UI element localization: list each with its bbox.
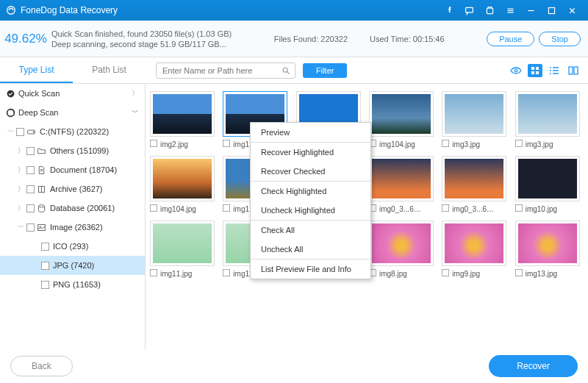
ctx-uncheck-all[interactable]: Uncheck All (251, 240, 370, 259)
thumb-image[interactable] (369, 156, 434, 201)
ctx-check-all[interactable]: Check All (251, 221, 370, 240)
file-thumb[interactable]: img3.jpg (442, 91, 510, 148)
thumb-image[interactable] (442, 91, 506, 137)
checkbox-icon[interactable] (150, 269, 157, 276)
checkbox-icon[interactable] (515, 269, 523, 276)
tab-type-list[interactable]: Type List (0, 57, 73, 83)
checkbox-icon[interactable] (26, 204, 35, 212)
checkbox-icon[interactable] (41, 262, 49, 270)
sidebar-png[interactable]: PNG (11653) (0, 275, 145, 294)
svg-rect-11 (574, 67, 578, 74)
file-thumb[interactable]: img8.jpg (369, 221, 437, 278)
file-grid: img2.jpg img1.jpg img1.jpg img104.jpg im… (146, 84, 588, 349)
pause-button[interactable]: Pause (487, 32, 534, 46)
checkbox-icon[interactable] (442, 204, 449, 212)
svg-rect-21 (26, 204, 34, 212)
checkbox-icon[interactable] (26, 185, 35, 193)
sidebar-document[interactable]: 〉 Document (18704) (0, 160, 145, 179)
file-thumb[interactable]: img10.jpg (515, 156, 584, 213)
checkbox-icon[interactable] (223, 204, 230, 212)
file-name: img8.jpg (379, 270, 407, 278)
sidebar-quick-scan[interactable]: Quick Scan 〉 (0, 84, 145, 103)
svg-rect-19 (26, 185, 34, 193)
file-thumb[interactable]: img11.jpg (150, 221, 218, 278)
ctx-check-highlighted[interactable]: Check Highlighted (251, 182, 370, 201)
file-thumb[interactable]: img13.jpg (515, 221, 584, 278)
maximize-icon[interactable] (541, 0, 562, 21)
thumb-image[interactable] (515, 221, 580, 266)
file-thumb[interactable]: img9.jpg (442, 221, 510, 278)
sidebar-others[interactable]: 〉 Others (151099) (0, 141, 145, 160)
preview-toggle-icon[interactable] (509, 64, 523, 77)
thumb-image[interactable] (515, 91, 580, 137)
file-thumb[interactable]: img0_3...60.jpg (442, 156, 510, 213)
svg-point-22 (38, 204, 44, 207)
svg-rect-42 (223, 269, 230, 276)
checkbox-icon[interactable] (26, 147, 35, 155)
checkbox-icon[interactable] (515, 204, 523, 212)
filter-button[interactable]: Filter (303, 63, 347, 78)
grid-view-icon[interactable] (528, 64, 542, 77)
thumb-image[interactable] (442, 221, 506, 266)
ctx-list-info[interactable]: List Preview File and Info (251, 259, 370, 279)
document-icon (37, 165, 46, 175)
detail-view-icon[interactable] (566, 64, 581, 77)
file-thumb[interactable]: img2.jpg (150, 91, 218, 148)
facebook-icon[interactable] (438, 0, 459, 21)
file-thumb[interactable]: img3.jpg (515, 91, 584, 148)
checkbox-icon[interactable] (442, 140, 449, 147)
footer: Back Recover (0, 349, 588, 383)
sidebar-archive[interactable]: 〉 Archive (3627) (0, 179, 145, 198)
search-input-wrap[interactable] (156, 62, 295, 79)
checkbox-icon[interactable] (41, 281, 49, 289)
minimize-icon[interactable] (520, 0, 541, 21)
ctx-uncheck-highlighted[interactable]: Uncheck Highlighted (251, 201, 370, 220)
svg-rect-28 (41, 281, 49, 288)
feedback-icon[interactable] (459, 0, 479, 21)
checkbox-icon[interactable] (515, 140, 523, 147)
ctx-recover-checked[interactable]: Recover Checked (251, 162, 370, 181)
search-input[interactable] (161, 65, 282, 76)
thumb-image[interactable] (150, 221, 215, 266)
thumb-image[interactable] (369, 221, 434, 266)
thumb-image[interactable] (442, 156, 506, 201)
close-icon[interactable] (562, 0, 582, 21)
file-thumb[interactable]: img104.jpg (150, 156, 218, 213)
svg-rect-41 (150, 269, 157, 276)
file-name: img0_3...60.jpg (452, 205, 498, 213)
checkbox-icon[interactable] (223, 140, 230, 147)
sidebar-drive[interactable]: ﹀ C:(NTFS) (220322) (0, 122, 145, 141)
list-view-icon[interactable] (547, 64, 562, 77)
checkbox-icon[interactable] (223, 269, 230, 276)
thumb-image[interactable] (369, 91, 434, 137)
file-name: img3.jpg (526, 140, 553, 148)
checkbox-icon[interactable] (442, 269, 449, 276)
stop-button[interactable]: Stop (539, 32, 581, 46)
tab-path-list[interactable]: Path List (73, 57, 146, 83)
checkbox-icon[interactable] (16, 128, 24, 136)
sidebar-database[interactable]: 〉 Database (20061) (0, 198, 145, 218)
back-button[interactable]: Back (10, 356, 73, 376)
file-thumb[interactable]: img104.jpg (369, 91, 437, 148)
thumb-image[interactable] (150, 91, 215, 137)
register-icon[interactable] (479, 0, 500, 21)
recover-button[interactable]: Recover (489, 355, 578, 377)
file-thumb[interactable]: img0_3...60.jpg (369, 156, 437, 213)
checkbox-icon[interactable] (150, 140, 157, 147)
menu-icon[interactable] (500, 0, 520, 21)
svg-rect-27 (41, 262, 49, 269)
sidebar-image[interactable]: ﹀ Image (26362) (0, 218, 145, 237)
sidebar-deep-scan[interactable]: Deep Scan ﹀ (0, 103, 145, 122)
checkbox-icon[interactable] (150, 204, 157, 212)
search-icon (282, 66, 290, 75)
checkbox-icon[interactable] (26, 223, 35, 232)
checkbox-icon[interactable] (41, 243, 49, 251)
ctx-recover-highlighted[interactable]: Recover Highlighted (251, 143, 370, 162)
sidebar-ico[interactable]: ICO (293) (0, 237, 145, 256)
sidebar-jpg[interactable]: JPG (7420) (0, 256, 145, 275)
thumb-image[interactable] (150, 156, 215, 201)
thumb-image[interactable] (515, 156, 580, 201)
chevron-right-icon: 〉 (132, 88, 139, 99)
checkbox-icon[interactable] (26, 166, 35, 174)
ctx-preview[interactable]: Preview (251, 123, 370, 142)
